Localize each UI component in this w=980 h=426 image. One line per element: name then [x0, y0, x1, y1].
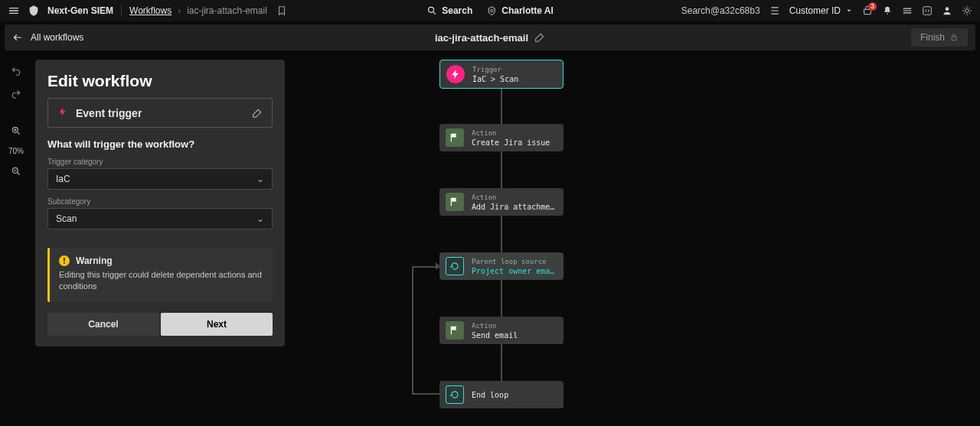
store-icon[interactable]: 3 [862, 5, 873, 16]
flag-icon [446, 128, 464, 147]
topbar: Next-Gen SIEM Workflows › iac-jira-attac… [0, 0, 980, 21]
svg-point-3 [965, 9, 969, 13]
connector [501, 216, 502, 255]
node-type: Trigger [472, 66, 518, 73]
workflow-title: iac-jira-attach-email [435, 32, 528, 44]
code-icon[interactable] [922, 5, 933, 16]
node-name: IaC > Scan [472, 75, 518, 83]
edit-title-icon[interactable] [534, 32, 545, 43]
node-trigger[interactable]: Trigger IaC > Scan [439, 60, 564, 89]
charlotte-label: Charlotte AI [501, 5, 554, 16]
bookmark-icon[interactable] [276, 5, 287, 16]
back-button[interactable]: All workflows [12, 32, 83, 43]
svg-point-0 [429, 7, 434, 12]
search-label: Search [442, 5, 472, 16]
flag-icon [446, 193, 464, 211]
connector [412, 266, 413, 395]
crumb-current: iac-jira-attach-email [187, 5, 267, 16]
theme-icon[interactable] [962, 5, 972, 16]
logo-icon [28, 5, 40, 17]
bell-icon[interactable] [882, 5, 893, 16]
charlotte-ai-button[interactable]: Charlotte AI [486, 5, 554, 16]
workflow-bar: All workflows iac-jira-attach-email Fini… [5, 24, 975, 50]
canvas[interactable]: Trigger IaC > Scan Action Create Jira is… [0, 54, 980, 421]
svg-rect-1 [923, 7, 932, 15]
node-name: Create Jira issue [472, 138, 550, 147]
stack-icon[interactable] [902, 5, 913, 16]
connector [501, 280, 502, 320]
list-icon[interactable] [769, 5, 780, 16]
node-type: Parent loop source [472, 258, 557, 265]
node-type: Action [472, 193, 557, 201]
user-icon[interactable] [942, 5, 952, 16]
bolt-icon [446, 65, 465, 83]
store-badge: 3 [868, 2, 877, 11]
node-name: Project owner email addre… [472, 267, 557, 275]
node-name: End loop [472, 391, 508, 399]
menu-icon[interactable] [8, 5, 20, 17]
finish-label: Finish [920, 32, 945, 43]
connector [501, 87, 502, 127]
connector [412, 393, 439, 395]
finish-button[interactable]: Finish [911, 28, 968, 47]
crumb-workflows[interactable]: Workflows [129, 5, 172, 16]
loop-icon [446, 385, 464, 404]
connector [501, 151, 502, 191]
divider [121, 5, 122, 17]
node-name: Send email [472, 331, 518, 340]
connector [501, 344, 502, 384]
svg-point-2 [946, 7, 949, 11]
back-label: All workflows [31, 32, 83, 43]
loop-icon [446, 257, 464, 275]
search-button[interactable]: Search [426, 5, 472, 16]
breadcrumb: Workflows › iac-jira-attach-email [129, 5, 287, 16]
search-hash: Search@a32c68b3 [681, 5, 760, 16]
node-create-jira[interactable]: Action Create Jira issue [439, 124, 564, 151]
customer-id-dropdown[interactable]: Customer ID [789, 5, 853, 16]
svg-rect-4 [952, 37, 956, 41]
product-name: Next-Gen SIEM [47, 5, 113, 16]
flag-icon [446, 321, 464, 340]
node-add-attachment[interactable]: Action Add Jira attachment [439, 188, 564, 216]
node-type: Action [472, 129, 550, 137]
node-send-email[interactable]: Action Send email [439, 317, 564, 344]
node-end-loop[interactable]: End loop [439, 381, 564, 408]
chevron-right-icon: › [178, 5, 181, 16]
node-name: Add Jira attachment [472, 203, 557, 211]
customer-id-label: Customer ID [789, 5, 841, 16]
node-type: Action [472, 322, 518, 330]
node-loop-source[interactable]: Parent loop source Project owner email a… [439, 252, 564, 280]
